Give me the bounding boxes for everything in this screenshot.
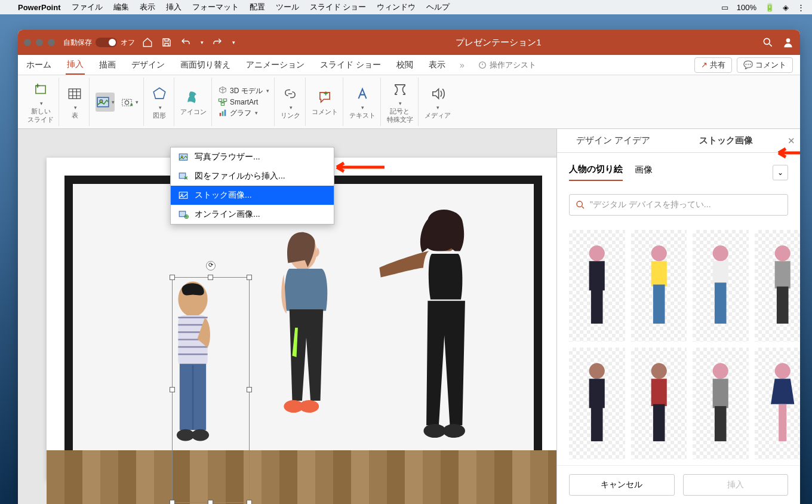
- stock-thumbnail[interactable]: [569, 348, 625, 459]
- tab-transitions[interactable]: 画面切り替え: [179, 56, 232, 74]
- resize-handle[interactable]: [208, 275, 213, 280]
- stock-thumbnail[interactable]: [693, 348, 749, 459]
- tab-insert[interactable]: 挿入: [66, 56, 85, 75]
- svg-rect-31: [651, 262, 666, 287]
- group-icons[interactable]: アイコン: [176, 78, 212, 126]
- shapes-label: 図形: [153, 112, 166, 119]
- bluetooth-icon[interactable]: ⋮: [797, 3, 805, 12]
- text-label: テキスト: [349, 112, 376, 119]
- home-icon[interactable]: [142, 37, 153, 48]
- menu-help[interactable]: ヘルプ: [426, 2, 450, 13]
- dropdown-photo-browser[interactable]: 写真ブラウザー...: [171, 147, 334, 167]
- tab-animations[interactable]: アニメーション: [245, 56, 306, 74]
- person-woman-1: [262, 229, 351, 468]
- menu-format[interactable]: フォーマット: [192, 2, 239, 13]
- group-symbols[interactable]: ▾ 記号と 特殊文字: [382, 78, 419, 126]
- media-label: メディア: [425, 112, 451, 119]
- symbols-label: 記号と 特殊文字: [387, 107, 413, 123]
- group-text[interactable]: ▾ テキスト: [345, 78, 381, 126]
- dropdown-stock-images[interactable]: ストック画像...: [171, 186, 334, 205]
- group-link[interactable]: ▾ リンク: [276, 78, 306, 126]
- undo-dropdown[interactable]: ▾: [201, 39, 204, 45]
- tab-design[interactable]: デザイン: [130, 56, 166, 74]
- dropdown-item-label: 図をファイルから挿入...: [195, 171, 285, 182]
- menu-arrange[interactable]: 配置: [250, 2, 265, 13]
- stock-thumbnail[interactable]: [569, 230, 625, 342]
- stock-thumbnail[interactable]: [631, 230, 687, 342]
- wifi-icon[interactable]: ◈: [783, 3, 789, 12]
- undo-icon[interactable]: [180, 37, 191, 48]
- group-new-slide[interactable]: ▾ 新しい スライド: [23, 78, 59, 126]
- svg-rect-32: [653, 285, 665, 324]
- stock-thumbnail[interactable]: [755, 230, 801, 342]
- menu-view[interactable]: 表示: [140, 2, 155, 13]
- stock-thumbnail[interactable]: [631, 348, 687, 459]
- tab-review[interactable]: 校閲: [395, 56, 414, 74]
- category-images[interactable]: 画像: [635, 164, 653, 180]
- search-placeholder: "デジタル デバイスを持ってい...: [590, 199, 711, 210]
- menu-window[interactable]: ウィンドウ: [377, 2, 416, 13]
- menu-insert[interactable]: 挿入: [166, 2, 182, 13]
- svg-rect-37: [774, 262, 790, 289]
- group-shapes[interactable]: ▾ 図形: [145, 78, 174, 126]
- menu-tools[interactable]: ツール: [276, 2, 299, 13]
- tab-view[interactable]: 表示: [427, 56, 447, 74]
- resize-handle[interactable]: [170, 387, 175, 392]
- tab-slideshow[interactable]: スライド ショー: [319, 56, 382, 74]
- resize-handle[interactable]: [170, 500, 175, 504]
- resize-handle[interactable]: [247, 387, 252, 392]
- search-icon[interactable]: [762, 36, 774, 48]
- category-cutout-people[interactable]: 人物の切り絵: [569, 164, 623, 181]
- 3d-model-button[interactable]: 3D モデル▾: [218, 86, 269, 96]
- window-controls[interactable]: [24, 39, 55, 46]
- picture-button[interactable]: ▾: [96, 93, 115, 112]
- stock-thumbnail[interactable]: [755, 348, 801, 459]
- workspace: ⟳ デザイン アイデア ストック画像 ✕ 人物の切り絵: [18, 129, 800, 504]
- dropdown-online-images[interactable]: オンライン画像...: [171, 205, 334, 224]
- side-tab-stock-images[interactable]: ストック画像: [670, 129, 783, 152]
- side-tab-design-ideas[interactable]: デザイン アイデア: [557, 129, 670, 152]
- resize-handle[interactable]: [170, 275, 175, 280]
- menubar-app-name[interactable]: PowerPoint: [18, 3, 61, 12]
- stock-categories: 人物の切り絵 画像 ⌄: [557, 153, 800, 186]
- selection-box[interactable]: ⟳: [172, 277, 250, 503]
- svg-point-24: [423, 424, 445, 438]
- cancel-button[interactable]: キャンセル: [569, 474, 675, 496]
- comments-button[interactable]: 💬コメント: [737, 57, 793, 73]
- menu-slideshow[interactable]: スライド ショー: [310, 2, 367, 13]
- screenshot-button[interactable]: ▾: [119, 93, 139, 112]
- dropdown-item-label: オンライン画像...: [195, 209, 260, 220]
- resize-handle[interactable]: [247, 275, 252, 280]
- dropdown-insert-from-file[interactable]: 図をファイルから挿入...: [171, 167, 334, 186]
- tab-overflow[interactable]: »: [460, 60, 465, 70]
- resize-handle[interactable]: [247, 500, 252, 504]
- autosave-toggle[interactable]: 自動保存 オフ: [63, 38, 135, 48]
- svg-rect-43: [651, 379, 666, 407]
- toggle-switch[interactable]: [96, 38, 117, 47]
- menu-edit[interactable]: 編集: [113, 2, 129, 13]
- save-icon[interactable]: [161, 37, 172, 48]
- icons-label: アイコン: [180, 108, 207, 116]
- display-icon[interactable]: ▭: [721, 3, 728, 12]
- tell-me[interactable]: 操作アシスト: [478, 60, 536, 70]
- group-comment[interactable]: コメント: [307, 78, 343, 126]
- redo-icon[interactable]: [212, 37, 223, 48]
- resize-handle[interactable]: [208, 500, 213, 504]
- menu-file[interactable]: ファイル: [72, 2, 103, 13]
- rotate-handle[interactable]: ⟳: [206, 261, 216, 271]
- chart-button[interactable]: グラフ▾: [218, 108, 269, 118]
- category-dropdown[interactable]: ⌄: [773, 165, 788, 180]
- group-table[interactable]: ▾ 表: [60, 78, 90, 126]
- group-media[interactable]: ▾ メディア: [420, 78, 456, 126]
- svg-rect-4: [69, 89, 81, 99]
- share-button[interactable]: ↗共有: [694, 57, 732, 73]
- smartart-button[interactable]: SmartArt: [218, 97, 269, 107]
- account-icon[interactable]: [782, 36, 794, 48]
- stock-thumbnail[interactable]: [693, 230, 749, 342]
- stock-search-input[interactable]: "デジタル デバイスを持ってい...: [569, 194, 788, 216]
- person-woman-2: [369, 205, 500, 468]
- insert-button[interactable]: 挿入: [683, 474, 789, 496]
- tab-home[interactable]: ホーム: [25, 56, 53, 74]
- document-title: プレゼンテーション1: [235, 37, 762, 48]
- tab-draw[interactable]: 描画: [98, 56, 117, 74]
